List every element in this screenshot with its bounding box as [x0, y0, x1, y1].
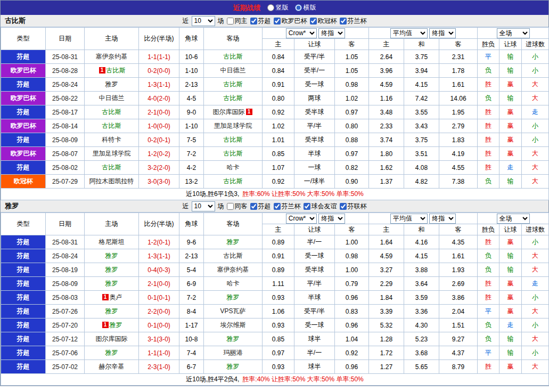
layout-radio-vertical[interactable]: 竖版	[267, 3, 289, 12]
team-name[interactable]: 雅罗	[5, 201, 19, 211]
fullmatch-select[interactable]: 全场	[497, 28, 530, 38]
odds-source-select[interactable]: Crow*	[286, 28, 317, 38]
team-link[interactable]: 塞伊奈约基	[217, 266, 249, 273]
team-link[interactable]: 雅罗	[105, 280, 118, 287]
home-team-cell: 1古比斯	[85, 64, 139, 78]
layout-radio-horizontal[interactable]: 横版	[295, 3, 316, 12]
sub-ah-line: 让球	[294, 39, 335, 50]
away-team-cell: 埃尔维斯	[204, 318, 263, 332]
fullmatch-select[interactable]: 全场	[497, 214, 530, 224]
league-badge: 芬超	[1, 291, 46, 305]
ah-line: 受半球	[294, 105, 335, 119]
match-score: 1-2(0-1)	[139, 235, 179, 249]
team-link[interactable]: VPS瓦萨	[220, 307, 245, 315]
average-select[interactable]: 平均值	[390, 214, 428, 224]
odds-source-select[interactable]: Crow*	[286, 214, 317, 224]
team-link[interactable]: 奥卢	[110, 293, 122, 301]
team-link[interactable]: 古比斯	[102, 122, 121, 129]
team-link[interactable]: 古比斯	[224, 150, 243, 157]
same-venue-filter[interactable]: 同客	[227, 202, 248, 211]
layout-radio-vertical-input[interactable]	[267, 4, 274, 11]
match-score: 4-0(2-0)	[139, 92, 179, 105]
match-date: 25-07-12	[46, 332, 85, 346]
team-link[interactable]: 雅罗	[227, 293, 240, 301]
team-link[interactable]: 中日德兰	[220, 67, 246, 74]
team-link[interactable]: 雅罗	[105, 307, 118, 315]
avg-draw-odds: 4.16	[404, 235, 439, 249]
team-link[interactable]: 中日德兰	[99, 94, 125, 102]
league-filter-checkbox[interactable]	[304, 203, 310, 210]
same-venue-checkbox[interactable]	[227, 203, 234, 210]
league-badge: 芬超	[1, 133, 46, 147]
team-link[interactable]: 里加足球学院	[214, 122, 252, 129]
team-link[interactable]: 哈卡	[227, 164, 240, 171]
league-filter-0[interactable]: 芬超	[250, 17, 271, 26]
league-filter-checkbox[interactable]	[310, 18, 317, 24]
final-index-select-2[interactable]: 终指	[429, 28, 456, 38]
sub-ah-away: 客	[335, 224, 369, 235]
team-link[interactable]: 雅罗	[110, 321, 122, 329]
team-link[interactable]: 雅罗	[105, 80, 118, 88]
team-link[interactable]: 古比斯	[224, 53, 243, 60]
match-date: 25-07-29	[46, 175, 85, 189]
same-venue-checkbox[interactable]	[227, 18, 234, 24]
avg-draw-odds: 3.68	[404, 346, 439, 360]
league-filter-checkbox[interactable]	[250, 18, 257, 24]
league-filter-checkbox[interactable]	[340, 203, 347, 210]
match-row: 芬超25-07-26雅罗2-2(0-0)8-4VPS瓦萨1.06受平/半0.83…	[1, 305, 549, 318]
league-filter-1[interactable]: 欧罗巴杯	[274, 17, 307, 26]
ah-line: 平/半	[294, 119, 335, 133]
team-link[interactable]: 古比斯	[224, 94, 243, 102]
final-index-select[interactable]: 终指	[318, 28, 345, 38]
league-filter-2[interactable]: 球会友谊	[304, 202, 337, 211]
team-link[interactable]: 科特卡	[102, 136, 121, 143]
team-link[interactable]: 玛丽港	[224, 349, 243, 356]
league-filter-2[interactable]: 欧冠杯	[310, 17, 337, 26]
team-link[interactable]: 古比斯	[102, 108, 121, 116]
team-link[interactable]: 雅罗	[105, 252, 118, 259]
layout-radio-horizontal-input[interactable]	[295, 4, 302, 11]
league-filter-1[interactable]: 芬兰杯	[274, 202, 301, 211]
league-filter-checkbox[interactable]	[250, 203, 257, 210]
average-select[interactable]: 平均值	[390, 28, 428, 38]
team-link[interactable]: 古比斯	[102, 164, 121, 171]
team-link[interactable]: 里加足球学院	[93, 150, 131, 157]
league-filter-0[interactable]: 芬超	[250, 202, 271, 211]
team-link[interactable]: 古比斯	[224, 136, 243, 143]
team-link[interactable]: 古比斯	[224, 80, 243, 88]
team-link[interactable]: 阿拉木图凯拉特	[89, 177, 134, 185]
away-team-cell: 雅罗	[204, 235, 263, 249]
league-filter-3[interactable]: 芬兰杯	[340, 17, 367, 26]
league-filter-checkbox[interactable]	[274, 203, 281, 210]
recent-count-select[interactable]: 10	[192, 201, 215, 211]
team-link[interactable]: 古比斯	[224, 177, 243, 185]
team-link[interactable]: 古比斯	[224, 252, 243, 259]
league-filter-3[interactable]: 芬联杯	[340, 202, 367, 211]
recent-count-select[interactable]: 10	[192, 16, 215, 26]
team-link[interactable]: 图尔库国际	[96, 335, 128, 342]
team-link[interactable]: 格尼斯坦	[99, 238, 125, 246]
league-filter-checkbox[interactable]	[274, 18, 281, 24]
team-link[interactable]: 雅罗	[105, 266, 118, 273]
match-date: 25-07-02	[46, 360, 85, 374]
team-link[interactable]: 古比斯	[106, 67, 126, 74]
team-name[interactable]: 古比斯	[5, 16, 26, 26]
team-link[interactable]: 雅罗	[227, 238, 240, 246]
team-link[interactable]: 哈卡	[227, 280, 240, 287]
team-link[interactable]: 图尔库国际	[213, 108, 245, 116]
same-venue-filter[interactable]: 同主	[227, 17, 248, 26]
team-link[interactable]: 塞伊奈约基	[96, 53, 128, 60]
team-link[interactable]: 埃尔维斯	[220, 321, 246, 329]
result-handicap: 赢	[499, 291, 522, 305]
team-link[interactable]: 赫尔辛基	[99, 363, 125, 370]
team-link[interactable]: 雅罗	[227, 363, 240, 370]
team-link[interactable]: 雅罗	[105, 349, 118, 356]
final-index-select-2[interactable]: 终指	[429, 214, 456, 224]
team-link[interactable]: 雅罗	[227, 335, 240, 342]
league-filter-checkbox[interactable]	[340, 18, 347, 24]
result-goals: 小	[522, 64, 549, 78]
ah-line: 一球	[294, 161, 335, 175]
result-handicap: 赢	[499, 119, 522, 133]
final-index-select[interactable]: 终指	[318, 214, 345, 224]
ah-home-odds: 0.89	[263, 263, 294, 277]
